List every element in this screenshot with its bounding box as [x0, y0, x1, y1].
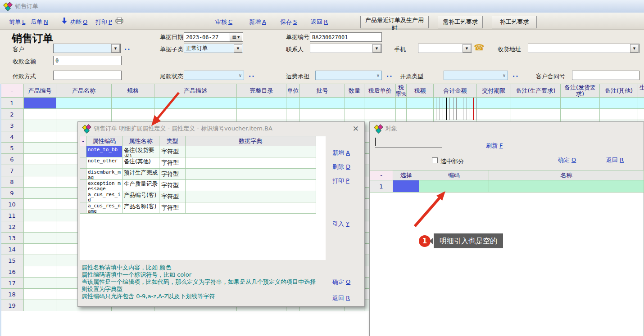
refresh-button[interactable]: 刷新F — [486, 142, 503, 150]
grid-cell[interactable] — [286, 98, 300, 109]
grid-cell[interactable] — [396, 109, 407, 120]
attr-type-cell[interactable]: 字符型 — [159, 202, 186, 214]
grid-cell[interactable] — [561, 98, 600, 109]
grid-cell[interactable] — [24, 221, 56, 233]
grid-cell[interactable] — [24, 188, 56, 199]
grid-cell[interactable] — [561, 109, 600, 120]
object-code-cell[interactable] — [419, 180, 489, 193]
attr-row-header[interactable] — [80, 180, 86, 191]
grid-cell[interactable] — [477, 98, 511, 109]
chevron-down-icon[interactable]: ∨ — [237, 73, 244, 78]
grid-cell[interactable] — [154, 109, 237, 120]
attr-name-cell[interactable]: 产品编号(客) — [122, 191, 159, 202]
attr-dict-cell[interactable] — [186, 191, 316, 202]
grid-row-number[interactable]: 12 — [0, 221, 24, 233]
object-select-cell[interactable] — [393, 180, 419, 193]
attr-name-cell[interactable]: 生产质量记录 — [122, 180, 159, 191]
attr-code-cell[interactable]: note_other — [86, 157, 122, 169]
object-return-button[interactable]: 返回R — [606, 156, 624, 164]
grid-row-number[interactable]: 2 — [0, 109, 24, 120]
grid-cell[interactable] — [154, 98, 237, 109]
grid-cell[interactable] — [511, 98, 561, 109]
customer-combo[interactable]: ▼ — [53, 44, 121, 53]
need-process-req-button[interactable]: 需补工艺要求 — [438, 16, 483, 28]
grid-row-number[interactable]: 11 — [0, 210, 24, 221]
grid-cell[interactable] — [638, 109, 644, 120]
attr-dict-cell[interactable] — [186, 157, 316, 169]
object-row-number[interactable]: 1 — [370, 180, 393, 193]
attr-name-cell[interactable]: 备注(发货要求) — [122, 146, 159, 157]
grid-row-number[interactable]: 4 — [0, 131, 24, 143]
phone-icon[interactable]: ☎ — [474, 43, 485, 52]
grid-row-number[interactable]: 19 — [0, 300, 24, 311]
grid-cell[interactable] — [24, 300, 56, 311]
grid-row-number[interactable]: 5 — [0, 143, 24, 154]
attr-dict-cell[interactable] — [186, 146, 316, 157]
attr-row-header[interactable] — [80, 191, 86, 202]
grid-cell[interactable] — [434, 98, 477, 109]
grid-row-number[interactable]: 10 — [0, 199, 24, 210]
dropdown-arrow-icon[interactable]: ▼ — [111, 44, 120, 53]
grid-cell[interactable] — [24, 199, 56, 210]
attr-row-header[interactable] — [80, 202, 86, 214]
grid-cell[interactable] — [24, 176, 56, 188]
address-combo[interactable]: ▼ — [528, 44, 639, 53]
attr-import-button[interactable]: 引入Y — [332, 220, 349, 228]
grid-cell[interactable] — [24, 266, 56, 278]
calendar-dropdown-icon[interactable]: ▦▼ — [230, 33, 242, 41]
attr-row-header[interactable] — [80, 157, 86, 169]
functions-button[interactable]: 功能O — [70, 18, 87, 26]
chevron-down-icon[interactable]: ∨ — [501, 73, 508, 78]
balance-status-combo[interactable]: ∨ — [184, 71, 244, 80]
dropdown-arrow-icon[interactable]: ▼ — [372, 44, 381, 53]
attr-row-header[interactable] — [80, 169, 86, 180]
attr-add-button[interactable]: 新增A — [332, 149, 350, 157]
mobile-combo[interactable]: ▼ — [418, 44, 472, 53]
payment-method-field[interactable] — [53, 71, 122, 80]
attr-code-cell[interactable]: exception_message — [86, 180, 122, 191]
freight-combo[interactable]: ∨ — [315, 71, 382, 80]
grid-cell[interactable] — [237, 109, 286, 120]
grid-cell[interactable] — [56, 109, 112, 120]
grid-cell[interactable] — [24, 233, 56, 244]
grid-cell[interactable] — [24, 154, 56, 165]
attr-print-button[interactable]: 打印P — [332, 177, 349, 185]
grid-cell[interactable] — [24, 255, 56, 266]
grid-cell[interactable] — [300, 98, 345, 109]
object-name-cell[interactable] — [489, 180, 644, 193]
object-search-input[interactable] — [375, 137, 442, 148]
grid-cell[interactable] — [345, 109, 364, 120]
dropdown-arrow-icon[interactable]: ▼ — [630, 44, 639, 53]
close-icon[interactable]: ✕ — [353, 125, 359, 132]
dropdown-arrow-icon[interactable]: ▼ — [463, 44, 471, 53]
grid-cell[interactable] — [396, 98, 407, 109]
grid-cell[interactable] — [112, 98, 154, 109]
audit-button[interactable]: 审核C — [215, 18, 232, 26]
attr-return-button[interactable]: 返回R — [332, 294, 350, 302]
object-ok-button[interactable]: 确定O — [558, 156, 576, 164]
grid-row-number[interactable]: 15 — [0, 255, 24, 266]
grid-cell[interactable] — [364, 98, 396, 109]
next-doc-button[interactable]: 后单N — [31, 18, 48, 26]
attr-name-cell[interactable]: 产品名称(客) — [122, 202, 159, 214]
grid-cell[interactable] — [286, 109, 300, 120]
grid-row-number[interactable]: 9 — [0, 188, 24, 199]
invoice-type-combo[interactable]: ∨ — [444, 71, 508, 80]
grid-row-number[interactable]: 7 — [0, 165, 24, 176]
balance-lookup-button[interactable]: .. — [249, 71, 255, 78]
attr-row-header[interactable] — [80, 146, 86, 157]
freight-lookup-button[interactable]: .. — [386, 71, 393, 78]
grid-cell[interactable] — [24, 244, 56, 255]
grid-row-number[interactable]: 3 — [0, 120, 24, 131]
attr-delete-button[interactable]: 删除D — [332, 163, 350, 171]
grid-cell[interactable] — [56, 98, 112, 109]
attr-type-cell[interactable]: 字符型 — [159, 169, 186, 180]
contact-combo[interactable]: ▼ — [310, 44, 382, 53]
attr-name-cell[interactable]: 预计生产完成 — [122, 169, 159, 180]
subtype-combo[interactable]: 正常订单▼ — [184, 44, 243, 53]
grid-cell[interactable] — [24, 289, 56, 300]
dropdown-arrow-icon[interactable]: ▼ — [234, 44, 242, 53]
grid-row-number[interactable]: 14 — [0, 244, 24, 255]
attr-code-cell[interactable]: a_cus_res_name — [86, 202, 122, 214]
grid-cell[interactable] — [300, 109, 345, 120]
